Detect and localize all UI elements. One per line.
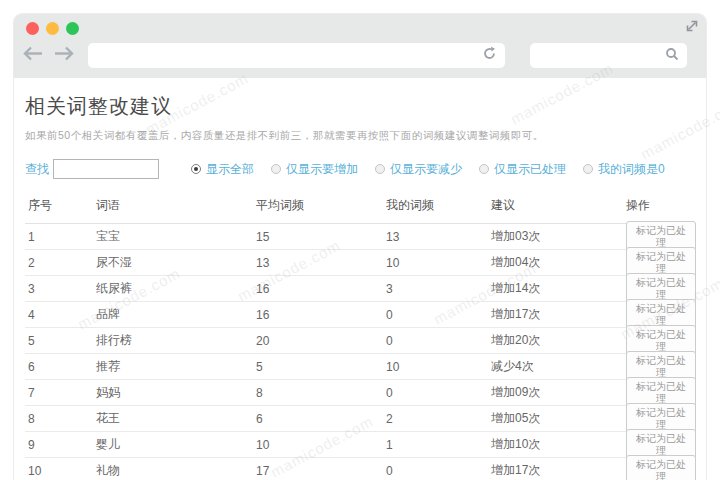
- cell-word: 妈妈: [96, 384, 256, 401]
- browser-titlebar: [14, 14, 706, 78]
- filter-option-label: 仅显示要增加: [286, 161, 358, 178]
- cell-avg-freq: 16: [256, 282, 386, 296]
- cell-word: 推荐: [96, 358, 256, 375]
- page-description: 如果前50个相关词都有覆盖后，内容质量还是排不到前三，那就需要再按照下面的词频建…: [25, 129, 696, 143]
- col-header-action: 操作: [626, 197, 696, 214]
- browser-search-box[interactable]: [530, 43, 687, 68]
- browser-search-input[interactable]: [530, 43, 665, 68]
- table-header-row: 序号 词语 平均词频 我的词频 建议 操作: [25, 192, 696, 224]
- cell-my-freq: 10: [386, 360, 491, 374]
- filter-option-label: 我的词频是0: [598, 161, 665, 178]
- filter-option-label: 仅显示要减少: [390, 161, 462, 178]
- col-header-suggestion: 建议: [491, 197, 626, 214]
- cell-word: 排行榜: [96, 332, 256, 349]
- radio-icon[interactable]: [191, 164, 201, 174]
- table-body: 1 宝宝 15 13 增加03次 标记为已处理 2 尿不湿 13 10 增加04…: [25, 224, 696, 480]
- page-content: 相关词整改建议 如果前50个相关词都有覆盖后，内容质量还是排不到前三，那就需要再…: [14, 78, 706, 480]
- cell-my-freq: 0: [386, 334, 491, 348]
- cell-my-freq: 0: [386, 464, 491, 478]
- cell-my-freq: 2: [386, 412, 491, 426]
- cell-my-freq: 13: [386, 230, 491, 244]
- find-input[interactable]: [53, 159, 159, 179]
- radio-icon[interactable]: [271, 164, 281, 174]
- cell-avg-freq: 10: [256, 438, 386, 452]
- forward-icon[interactable]: [53, 46, 75, 65]
- browser-window: 相关词整改建议 如果前50个相关词都有覆盖后，内容质量还是排不到前三，那就需要再…: [14, 14, 706, 480]
- cell-index: 3: [28, 282, 96, 296]
- cell-avg-freq: 13: [256, 256, 386, 270]
- page-title: 相关词整改建议: [25, 93, 696, 120]
- cell-word: 礼物: [96, 462, 256, 479]
- cell-index: 5: [28, 334, 96, 348]
- cell-suggestion: 增加14次: [491, 280, 626, 297]
- cell-index: 7: [28, 386, 96, 400]
- suggestions-table: 序号 词语 平均词频 我的词频 建议 操作 1 宝宝 15 13 增加03次 标…: [25, 192, 696, 480]
- cell-suggestion: 增加10次: [491, 436, 626, 453]
- table-row: 9 婴儿 10 1 增加10次 标记为已处理: [25, 432, 696, 458]
- filter-bar: 查找 显示全部 仅显示要增加 仅显示要减少 仅显示已处理 我的词频是0: [25, 159, 696, 179]
- traffic-lights: [26, 22, 79, 35]
- cell-my-freq: 0: [386, 308, 491, 322]
- cell-action: 标记为已处理: [626, 455, 696, 480]
- table-row: 10 礼物 17 0 增加17次 标记为已处理: [25, 458, 696, 480]
- table-row: 7 妈妈 8 0 增加09次 标记为已处理: [25, 380, 696, 406]
- cell-index: 2: [28, 256, 96, 270]
- close-window-icon[interactable]: [26, 22, 39, 35]
- radio-icon[interactable]: [583, 164, 593, 174]
- table-row: 8 花王 6 2 增加05次 标记为已处理: [25, 406, 696, 432]
- nav-buttons: [22, 46, 75, 65]
- reload-icon[interactable]: [482, 46, 497, 65]
- col-header-index: 序号: [28, 197, 96, 214]
- table-row: 5 排行榜 20 0 增加20次 标记为已处理: [25, 328, 696, 354]
- table-row: 2 尿不湿 13 10 增加04次 标记为已处理: [25, 250, 696, 276]
- cell-my-freq: 10: [386, 256, 491, 270]
- radio-icon[interactable]: [375, 164, 385, 174]
- cell-avg-freq: 8: [256, 386, 386, 400]
- find-label: 查找: [25, 161, 49, 178]
- expand-icon[interactable]: [684, 18, 700, 34]
- filter-option[interactable]: 我的词频是0: [583, 161, 665, 178]
- filter-option[interactable]: 仅显示要增加: [271, 161, 358, 178]
- minimize-window-icon[interactable]: [46, 22, 59, 35]
- table-row: 1 宝宝 15 13 增加03次 标记为已处理: [25, 224, 696, 250]
- cell-my-freq: 3: [386, 282, 491, 296]
- cell-avg-freq: 15: [256, 230, 386, 244]
- cell-suggestion: 增加09次: [491, 384, 626, 401]
- table-row: 4 品牌 16 0 增加17次 标记为已处理: [25, 302, 696, 328]
- filter-option-label: 显示全部: [206, 161, 254, 178]
- cell-word: 纸尿裤: [96, 280, 256, 297]
- radio-icon[interactable]: [479, 164, 489, 174]
- cell-avg-freq: 20: [256, 334, 386, 348]
- cell-suggestion: 增加20次: [491, 332, 626, 349]
- cell-suggestion: 增加05次: [491, 410, 626, 427]
- cell-index: 1: [28, 230, 96, 244]
- col-header-word: 词语: [96, 197, 256, 214]
- cell-avg-freq: 5: [256, 360, 386, 374]
- cell-word: 品牌: [96, 306, 256, 323]
- cell-index: 9: [28, 438, 96, 452]
- maximize-window-icon[interactable]: [66, 22, 79, 35]
- back-icon[interactable]: [22, 46, 44, 65]
- mark-processed-button[interactable]: 标记为已处理: [626, 455, 696, 480]
- cell-avg-freq: 16: [256, 308, 386, 322]
- cell-my-freq: 0: [386, 386, 491, 400]
- cell-index: 10: [28, 464, 96, 478]
- cell-word: 花王: [96, 410, 256, 427]
- address-bar[interactable]: [88, 43, 505, 68]
- cell-word: 婴儿: [96, 436, 256, 453]
- filter-radio-group: 显示全部 仅显示要增加 仅显示要减少 仅显示已处理 我的词频是0: [191, 161, 665, 178]
- cell-suggestion: 增加17次: [491, 462, 626, 479]
- cell-my-freq: 1: [386, 438, 491, 452]
- cell-suggestion: 增加04次: [491, 254, 626, 271]
- filter-option[interactable]: 仅显示要减少: [375, 161, 462, 178]
- cell-index: 8: [28, 412, 96, 426]
- address-input[interactable]: [88, 43, 482, 68]
- cell-suggestion: 增加03次: [491, 228, 626, 245]
- filter-option[interactable]: 显示全部: [191, 161, 254, 178]
- table-row: 6 推荐 5 10 减少4次 标记为已处理: [25, 354, 696, 380]
- filter-option[interactable]: 仅显示已处理: [479, 161, 566, 178]
- filter-option-label: 仅显示已处理: [494, 161, 566, 178]
- search-icon[interactable]: [665, 47, 679, 65]
- col-header-my-freq: 我的词频: [386, 197, 491, 214]
- cell-index: 6: [28, 360, 96, 374]
